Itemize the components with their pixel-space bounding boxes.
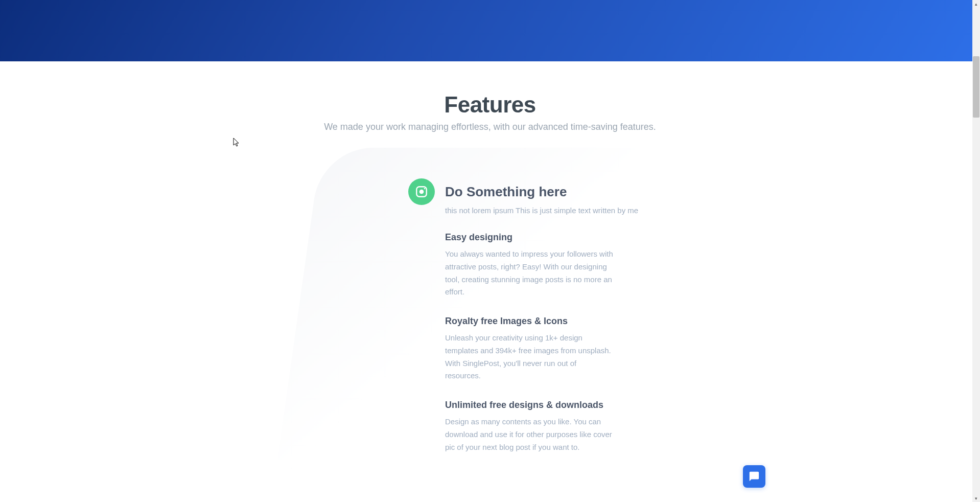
- feature-main-title: Do Something here: [445, 184, 567, 200]
- feature-card: Do Something here this not lorem ipsum T…: [362, 148, 751, 484]
- chat-button[interactable]: [743, 465, 765, 488]
- feature-block-desc: Design as many contents as you like. You…: [445, 416, 614, 453]
- feature-block-title: Easy designing: [445, 232, 614, 243]
- hero-banner: [0, 0, 980, 61]
- instagram-icon: [408, 178, 435, 205]
- feature-header: Do Something here: [408, 178, 730, 205]
- scrollbar-arrow-down-icon[interactable]: ▾: [972, 494, 980, 502]
- feature-block-desc: You always wanted to impress your follow…: [445, 248, 614, 299]
- feature-block-title: Royalty free Images & Icons: [445, 316, 614, 327]
- scrollbar-arrow-up-icon[interactable]: ▴: [972, 0, 980, 8]
- section-title: Features: [0, 92, 980, 118]
- svg-point-1: [419, 190, 424, 194]
- feature-block-title: Unlimited free designs & downloads: [445, 400, 614, 410]
- scrollbar-thumb[interactable]: [973, 56, 979, 118]
- feature-block-desc: Unleash your creativity using 1k+ design…: [445, 332, 614, 382]
- chat-icon: [749, 471, 760, 482]
- feature-block: Unlimited free designs & downloads Desig…: [445, 400, 614, 453]
- scrollbar-track[interactable]: ▴ ▾: [972, 0, 980, 502]
- svg-point-2: [424, 188, 426, 190]
- feature-main-subtitle: this not lorem ipsum This is just simple…: [445, 206, 730, 215]
- features-section: Features We made your work managing effo…: [0, 61, 980, 484]
- feature-block: Royalty free Images & Icons Unleash your…: [445, 316, 614, 382]
- feature-block: Easy designing You always wanted to impr…: [445, 232, 614, 299]
- section-subtitle: We made your work managing effortless, w…: [0, 122, 980, 132]
